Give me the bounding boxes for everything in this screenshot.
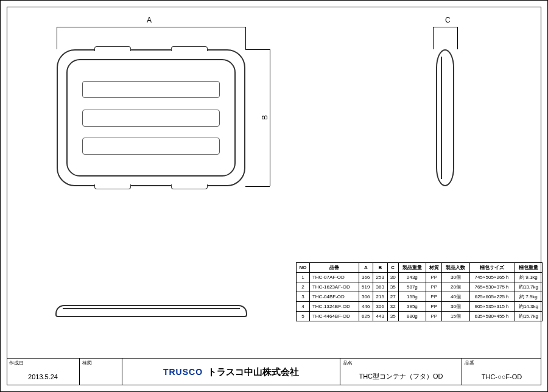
dim-line-c [433, 27, 457, 27]
table-header-row: NO 品番 A B C 製品重量 材質 製品入数 梱包サイズ 梱包重量 [297, 263, 543, 273]
title-block: 作成日 2013.5.24 検図 TRUSCO トラスコ中山株式会社 品名 TH… [7, 358, 541, 385]
check-label: 検図 [80, 359, 122, 368]
tb-company: TRUSCO トラスコ中山株式会社 [122, 359, 340, 385]
cell-weight: 880g [398, 312, 426, 321]
cell-material: PP [426, 312, 442, 321]
cell-packweight: 約15.7kg [515, 312, 542, 321]
dim-ext [245, 49, 270, 50]
table-row: 4THC-1324BF-OD44630632395gPP30個905×535×3… [297, 302, 543, 312]
lid-slot [82, 110, 220, 127]
dim-ext [245, 27, 246, 49]
cell-b: 253 [373, 273, 388, 282]
th-qty: 製品入数 [442, 263, 469, 273]
cell-no: 3 [297, 292, 310, 302]
cell-a: 446 [359, 302, 373, 312]
cell-weight: 587g [398, 282, 426, 292]
th-c: C [387, 263, 398, 273]
cell-no: 2 [297, 282, 310, 292]
cell-packsize: 625×605×225ｈ [469, 292, 515, 302]
cell-weight: 155g [398, 292, 426, 302]
tb-date: 作成日 2013.5.24 [7, 359, 80, 385]
cell-packsize: 765×530×375ｈ [469, 282, 515, 292]
dim-ext [245, 186, 270, 187]
cell-b: 443 [373, 312, 388, 321]
pnum-label: 品番 [462, 359, 541, 368]
cell-material: PP [426, 273, 442, 282]
cell-a: 519 [359, 282, 373, 292]
cell-no: 5 [297, 312, 310, 321]
tb-product-name: 品名 THC型コンテナ（フタ）OD [340, 359, 462, 385]
dim-label-a: A [147, 16, 152, 24]
date-label: 作成日 [7, 359, 79, 368]
cell-packsize: 635×580×455ｈ [469, 312, 515, 321]
cell-packsize: 905×535×315ｈ [469, 302, 515, 312]
cell-b: 363 [373, 282, 388, 292]
drawing-area: A B C [7, 7, 541, 358]
cell-b: 215 [373, 292, 388, 302]
cell-c: 32 [387, 302, 398, 312]
dim-ext [433, 27, 434, 49]
th-no: NO [297, 263, 310, 273]
th-weight: 製品重量 [398, 263, 426, 273]
cell-qty: 40個 [442, 292, 469, 302]
dim-line-b [270, 49, 270, 186]
cell-a: 306 [359, 292, 373, 302]
cell-material: PP [426, 282, 442, 292]
th-b: B [373, 263, 388, 273]
lid-tab [171, 46, 208, 51]
cell-partnum: THC-07AF-OD [309, 273, 359, 282]
tb-check: 検図 [80, 359, 122, 385]
cell-c: 27 [387, 292, 398, 302]
cell-c: 35 [387, 312, 398, 321]
brand-logo: TRUSCO [163, 367, 203, 377]
lid-slots [82, 81, 220, 155]
bottom-view [55, 299, 247, 320]
drawing-sheet: A B C [0, 0, 548, 392]
cell-no: 4 [297, 302, 310, 312]
table-row: 3THC-04BF-OD30621527155gPP40個625×605×225… [297, 292, 543, 302]
cell-qty: 30個 [442, 302, 469, 312]
cell-packweight: 約13.7kg [515, 282, 542, 292]
pnum-value: THC-○○F-OD [462, 368, 541, 385]
cell-packweight: 約 9.1kg [515, 273, 542, 282]
th-packsize: 梱包サイズ [469, 263, 515, 273]
lid-tab [171, 184, 208, 189]
dim-label-b: B [261, 115, 269, 120]
cell-qty: 30個 [442, 273, 469, 282]
company-name: トラスコ中山株式会社 [208, 366, 299, 378]
cell-no: 1 [297, 273, 310, 282]
pname-value: THC型コンテナ（フタ）OD [340, 368, 462, 385]
cell-weight: 243g [398, 273, 426, 282]
cell-weight: 395g [398, 302, 426, 312]
table-row: 5THC-4464BF-OD62544335880gPP15個635×580×4… [297, 312, 543, 321]
cell-material: PP [426, 302, 442, 312]
lid-slot [82, 81, 220, 98]
front-view [57, 49, 245, 186]
cell-b: 306 [373, 302, 388, 312]
cell-packsize: 745×505×265ｈ [469, 273, 515, 282]
cell-qty: 15個 [442, 312, 469, 321]
lid-slot [82, 138, 220, 155]
cell-packweight: 約 7.9kg [515, 292, 542, 302]
cell-partnum: THC-1623AF-OD [309, 282, 359, 292]
cell-packweight: 約14.3kg [515, 302, 542, 312]
dim-line-a [57, 27, 245, 27]
table-row: 2THC-1623AF-OD51936335587gPP20個765×530×3… [297, 282, 543, 292]
th-partnum: 品番 [309, 263, 359, 273]
lid-tab [94, 46, 131, 51]
tb-product-number: 品番 THC-○○F-OD [462, 359, 541, 385]
table-row: 1THC-07AF-OD36625330243gPP30個745×505×265… [297, 273, 543, 282]
cell-a: 625 [359, 312, 373, 321]
th-packweight: 梱包重量 [515, 263, 542, 273]
side-shape [436, 49, 454, 186]
lid-tab [94, 184, 131, 189]
cell-material: PP [426, 292, 442, 302]
th-a: A [359, 263, 373, 273]
cell-a: 366 [359, 273, 373, 282]
th-material: 材質 [426, 263, 442, 273]
dim-label-c: C [445, 16, 451, 24]
cell-qty: 20個 [442, 282, 469, 292]
side-view [427, 49, 463, 186]
cell-partnum: THC-1324BF-OD [309, 302, 359, 312]
bottom-shape [55, 305, 247, 317]
